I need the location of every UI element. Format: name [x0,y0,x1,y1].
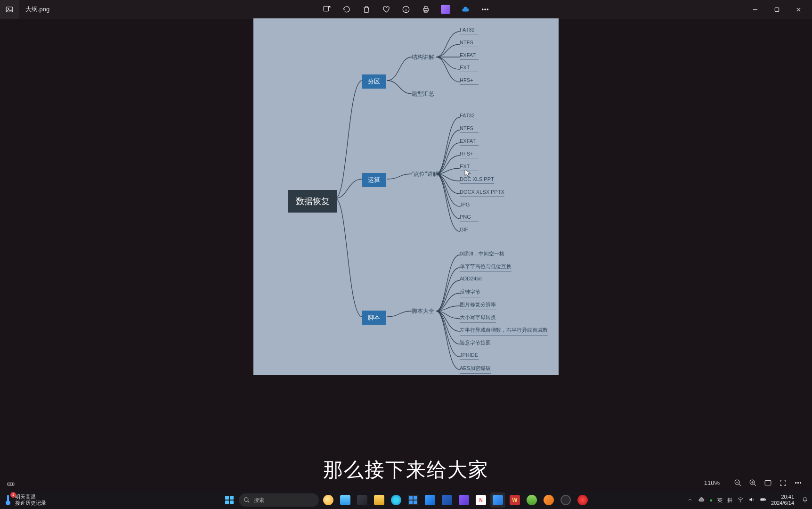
mindmap-leaf: 反转字节 [460,288,480,297]
svg-point-19 [740,501,740,502]
ime-mode[interactable]: 拼 [727,497,732,504]
taskbar-search[interactable]: 搜索 [239,493,319,507]
edit-image-icon[interactable] [322,5,332,14]
taskbar-app-icon[interactable] [524,493,539,508]
taskbar-app-icon[interactable] [321,493,336,508]
print-icon[interactable] [421,5,430,14]
svg-rect-21 [765,499,766,500]
favorite-icon[interactable] [382,5,391,14]
back-button[interactable] [0,0,19,19]
svg-point-18 [244,498,248,501]
rotate-icon[interactable] [342,5,351,14]
mindmap-leaf: AES加密爆破 [460,365,491,374]
zoom-out-icon[interactable] [731,479,744,487]
zoom-level[interactable]: 110% [704,479,720,486]
taskbar-app-icon[interactable] [422,493,438,508]
mindmap-sub: "点位"讲解 [412,170,438,178]
taskbar: 1 明天高温 接近历史记录 搜索 N W ● 英 拼 [0,491,812,509]
svg-point-9 [487,9,488,10]
photo-icon [5,5,14,14]
minimize-button[interactable] [744,0,766,19]
file-name: 大纲.png [25,5,49,14]
start-button[interactable] [222,493,237,508]
image-viewport[interactable]: 数据恢复 分区 运算 脚本 结构讲解 题型汇总 "点位"讲解 脚本大全 FAT3… [0,19,812,487]
taskbar-weather[interactable]: 1 明天高温 接近历史记录 [0,494,51,506]
svg-rect-10 [775,8,779,11]
search-placeholder: 搜索 [254,497,264,504]
mindmap-leaf: HFS+ [460,151,479,158]
info-icon[interactable] [401,5,411,14]
delete-icon[interactable] [362,5,371,14]
mindmap-leaf: ADD24bit [460,276,482,283]
displayed-image: 数据恢复 分区 运算 脚本 结构讲解 题型汇总 "点位"讲解 脚本大全 FAT3… [253,18,559,375]
more-icon[interactable] [792,479,804,487]
mindmap-leaf: HFS+ [460,77,479,85]
mindmap-leaf: NTFS [460,125,479,133]
mindmap-sub: 题型汇总 [412,90,434,98]
clipchamp-icon[interactable] [441,5,450,14]
ime-language[interactable]: 英 [717,497,723,504]
mindmap-branch: 运算 [362,173,386,187]
more-icon[interactable] [480,5,490,14]
notifications-icon[interactable] [802,496,808,504]
mindmap-leaf: FAT32 [460,27,479,34]
svg-point-15 [795,482,796,483]
svg-rect-5 [424,7,427,8]
taskbar-app-icon[interactable]: W [507,493,522,508]
svg-point-7 [482,9,483,10]
tray-chevron-icon[interactable] [687,496,693,504]
zoom-in-icon[interactable] [747,479,759,487]
clock-time: 20:41 [771,494,794,500]
mindmap-sub: 脚本大全 [412,307,434,315]
svg-point-8 [485,9,486,10]
mindmap-sub: 结构讲解 [412,53,434,61]
taskbar-app-icon[interactable] [558,493,573,508]
tray-onedrive-icon[interactable] [698,496,705,504]
filmstrip-toggle-icon[interactable] [7,478,16,487]
mouse-cursor-icon [464,169,471,178]
close-button[interactable] [788,0,809,19]
taskbar-app-icon[interactable] [456,493,471,508]
taskbar-app-icon[interactable] [389,493,404,508]
window-controls [744,0,809,19]
mindmap-root: 数据恢复 [288,190,337,213]
mindmap-leaf: JPHIDE [460,352,479,360]
mindmap-leaf: 随意字节旋圆 [460,339,491,348]
mindmap-leaf: EXFAT [460,138,479,146]
mindmap-leaf: EXT [460,65,479,72]
taskbar-app-icon[interactable] [541,493,556,508]
taskbar-app-icon[interactable] [338,493,353,508]
onedrive-icon[interactable] [461,5,470,14]
svg-rect-4 [423,8,429,11]
fit-screen-icon[interactable] [762,479,774,487]
battery-icon[interactable] [760,496,766,504]
toolbar-center [322,5,490,14]
mindmap-branch: 脚本 [362,311,386,325]
weather-line2: 接近历史记录 [15,500,46,506]
fullscreen-icon[interactable] [777,479,789,487]
taskbar-app-icon[interactable] [575,493,590,508]
wifi-icon[interactable] [737,496,744,504]
mindmap-leaf: 00到ff，中间空一格 [460,250,504,259]
mindmap-leaf: JPG [460,202,479,209]
taskbar-app-icon[interactable] [372,493,387,508]
taskbar-app-icon[interactable]: N [473,493,488,508]
weather-line1: 明天高温 [15,494,46,500]
mindmap-branch: 分区 [362,74,386,89]
search-icon [244,497,250,503]
taskbar-clock[interactable]: 20:41 2024/6/14 [771,494,797,506]
clock-date: 2024/6/14 [771,500,794,506]
svg-point-16 [797,482,798,483]
taskbar-app-icon[interactable] [439,493,455,508]
taskbar-app-icon[interactable] [406,493,421,508]
maximize-button[interactable] [766,0,788,19]
svg-rect-14 [765,480,771,485]
mindmap-leaf: 单字节高位与低位互换 [460,263,512,272]
taskbar-app-icon[interactable] [355,493,370,508]
mindmap-leaf: EXFAT [460,52,479,60]
tray-wechat-icon[interactable]: ● [709,497,713,503]
mindmap-leaf: GIF [460,227,479,234]
titlebar: 大纲.png [0,0,812,19]
taskbar-app-icon[interactable] [490,493,505,508]
volume-icon[interactable] [748,496,755,504]
